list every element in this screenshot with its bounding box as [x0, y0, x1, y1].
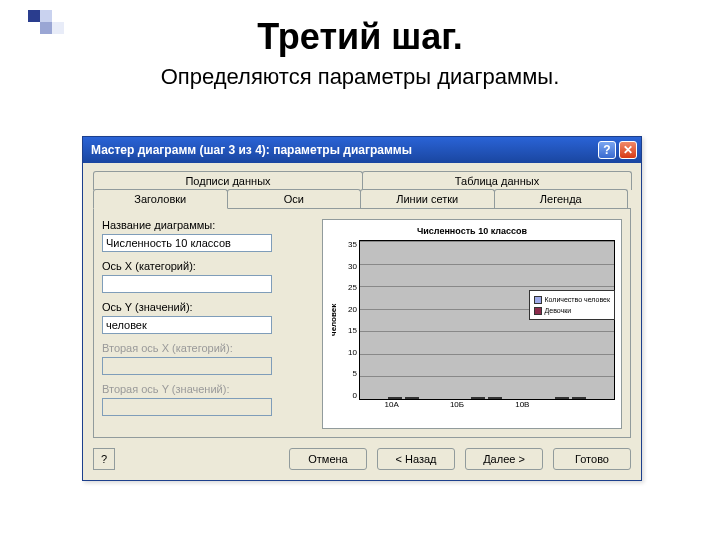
ytick: 30	[341, 262, 357, 271]
tab-gridlines[interactable]: Линии сетки	[360, 189, 495, 208]
xtick: 10Б	[424, 400, 489, 409]
chart-preview: Численность 10 классов человек 35 30 25 …	[322, 219, 622, 429]
ytick: 15	[341, 326, 357, 335]
close-button[interactable]: ✕	[619, 141, 637, 159]
axis-y-label: Ось Y (значений):	[102, 301, 312, 313]
field-axis-x2: Вторая ось X (категорий):	[102, 342, 312, 375]
preview-x-axis: 10А 10Б 10В	[359, 400, 555, 409]
field-axis-y: Ось Y (значений):	[102, 301, 312, 334]
legend-swatch-icon	[534, 307, 542, 315]
bar	[388, 397, 402, 399]
wizard-buttons: ? Отмена < Назад Далее > Готово	[93, 448, 631, 470]
help-button[interactable]: ?	[598, 141, 616, 159]
axis-x-input[interactable]	[102, 275, 272, 293]
tab-panel-titles: Название диаграммы: Ось X (категорий): О…	[93, 208, 631, 438]
xtick: 10А	[359, 400, 424, 409]
preview-y-label: человек	[329, 240, 341, 400]
back-button[interactable]: < Назад	[377, 448, 455, 470]
axis-x-label: Ось X (категорий):	[102, 260, 312, 272]
ytick: 25	[341, 283, 357, 292]
tab-legend[interactable]: Легенда	[494, 189, 629, 208]
legend-label: Девочки	[545, 305, 572, 316]
chart-wizard-dialog: Мастер диаграмм (шаг 3 из 4): параметры …	[82, 136, 642, 481]
next-button[interactable]: Далее >	[465, 448, 543, 470]
tab-axes[interactable]: Оси	[227, 189, 362, 208]
bar	[471, 397, 485, 399]
ytick: 35	[341, 240, 357, 249]
preview-y-axis: 35 30 25 20 15 10 5 0	[341, 240, 359, 400]
legend-swatch-icon	[534, 296, 542, 304]
bar	[488, 397, 502, 399]
bar	[572, 397, 586, 399]
ytick: 10	[341, 348, 357, 357]
titlebar[interactable]: Мастер диаграмм (шаг 3 из 4): параметры …	[83, 137, 641, 163]
field-chart-title: Название диаграммы:	[102, 219, 312, 252]
chart-title-label: Название диаграммы:	[102, 219, 312, 231]
field-axis-y2: Вторая ось Y (значений):	[102, 383, 312, 416]
tab-titles[interactable]: Заголовки	[93, 189, 228, 209]
slide-title: Третий шаг	[257, 16, 452, 57]
axis-y2-label: Вторая ось Y (значений):	[102, 383, 312, 395]
preview-chart-title: Численность 10 классов	[329, 226, 615, 236]
preview-legend: Количество человек Девочки	[529, 290, 616, 320]
title-dot: .	[453, 16, 463, 57]
legend-label: Количество человек	[545, 294, 611, 305]
axis-x2-label: Вторая ось X (категорий):	[102, 342, 312, 354]
finish-button[interactable]: Готово	[553, 448, 631, 470]
axis-y2-input	[102, 398, 272, 416]
slide-subtitle: Определяются параметры диаграммы.	[0, 64, 720, 90]
xtick: 10В	[490, 400, 555, 409]
ytick: 20	[341, 305, 357, 314]
field-axis-x: Ось X (категорий):	[102, 260, 312, 293]
tab-data-labels[interactable]: Подписи данных	[93, 171, 363, 190]
cancel-button[interactable]: Отмена	[289, 448, 367, 470]
preview-hint-button[interactable]: ?	[93, 448, 115, 470]
bar	[555, 397, 569, 399]
ytick: 0	[341, 391, 357, 400]
slide-heading: Третий шаг. Определяются параметры диагр…	[0, 16, 720, 90]
tab-strip: Подписи данных Таблица данных Заголовки …	[93, 171, 631, 438]
dialog-title: Мастер диаграмм (шаг 3 из 4): параметры …	[91, 143, 412, 157]
tab-data-table[interactable]: Таблица данных	[362, 171, 632, 190]
bar	[405, 397, 419, 399]
ytick: 5	[341, 369, 357, 378]
preview-plot	[359, 240, 615, 400]
axis-x2-input	[102, 357, 272, 375]
chart-title-input[interactable]	[102, 234, 272, 252]
axis-y-input[interactable]	[102, 316, 272, 334]
